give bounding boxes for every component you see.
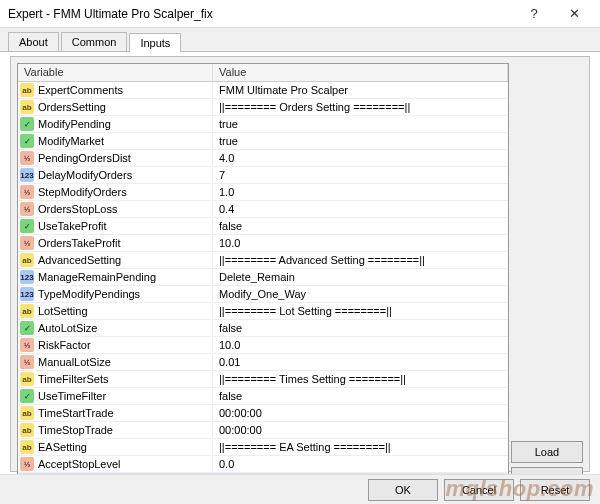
table-row[interactable]: 123ManageRemainPendingDelete_Remain [18, 269, 508, 286]
window-title: Expert - FMM Ultimate Pro Scalper_fix [8, 7, 514, 21]
value-cell[interactable]: ||======== Lot Setting ========|| [213, 305, 508, 317]
value-cell[interactable]: ||======== Orders Setting ========|| [213, 101, 508, 113]
bool-type-icon: ✓ [20, 389, 34, 403]
value-cell[interactable]: Modify_One_Way [213, 288, 508, 300]
value-cell[interactable]: 1.0 [213, 186, 508, 198]
cancel-button[interactable]: Cancel [444, 479, 514, 501]
table-row[interactable]: ✓UseTimeFilterfalse [18, 388, 508, 405]
variable-name: DelayModifyOrders [38, 169, 132, 181]
string-type-icon: ab [20, 423, 34, 437]
table-row[interactable]: ✓UseTakeProfitfalse [18, 218, 508, 235]
table-row[interactable]: 123DelayModifyOrders7 [18, 167, 508, 184]
variable-cell[interactable]: ½RiskFactor [18, 338, 213, 352]
value-cell[interactable]: 0.4 [213, 203, 508, 215]
table-row[interactable]: ½PendingOrdersDist4.0 [18, 150, 508, 167]
value-cell[interactable]: 0.01 [213, 356, 508, 368]
variable-cell[interactable]: abTimeStopTrade [18, 423, 213, 437]
table-row[interactable]: ✓AutoLotSizefalse [18, 320, 508, 337]
value-cell[interactable]: 4.0 [213, 152, 508, 164]
variable-cell[interactable]: abTimeStartTrade [18, 406, 213, 420]
table-row[interactable]: ½RiskFactor10.0 [18, 337, 508, 354]
variable-cell[interactable]: 123ManageRemainPending [18, 270, 213, 284]
variable-cell[interactable]: ½OrdersStopLoss [18, 202, 213, 216]
variable-cell[interactable]: 123DelayModifyOrders [18, 168, 213, 182]
variable-name: UseTimeFilter [38, 390, 106, 402]
variable-cell[interactable]: abLotSetting [18, 304, 213, 318]
variable-cell[interactable]: 123TypeModifyPendings [18, 287, 213, 301]
inputs-grid[interactable]: Variable Value abExpertCommentsFMM Ultim… [17, 63, 509, 491]
table-row[interactable]: ½OrdersTakeProfit10.0 [18, 235, 508, 252]
ok-button[interactable]: OK [368, 479, 438, 501]
value-cell[interactable]: true [213, 135, 508, 147]
bool-type-icon: ✓ [20, 134, 34, 148]
help-button[interactable]: ? [514, 0, 554, 28]
load-button[interactable]: Load [511, 441, 583, 463]
variable-cell[interactable]: abTimeFilterSets [18, 372, 213, 386]
table-row[interactable]: abLotSetting||======== Lot Setting =====… [18, 303, 508, 320]
string-type-icon: ab [20, 440, 34, 454]
table-row[interactable]: abTimeFilterSets||======== Times Setting… [18, 371, 508, 388]
value-cell[interactable]: false [213, 390, 508, 402]
variable-name: OrdersSetting [38, 101, 106, 113]
table-row[interactable]: ✓ModifyMarkettrue [18, 133, 508, 150]
variable-name: AcceptStopLevel [38, 458, 121, 470]
value-cell[interactable]: 10.0 [213, 237, 508, 249]
value-cell[interactable]: ||======== EA Setting ========|| [213, 441, 508, 453]
value-cell[interactable]: 00:00:00 [213, 407, 508, 419]
variable-cell[interactable]: ✓ModifyPending [18, 117, 213, 131]
variable-cell[interactable]: ½ManualLotSize [18, 355, 213, 369]
variable-cell[interactable]: abEASetting [18, 440, 213, 454]
side-buttons: Load Save [511, 63, 583, 491]
table-row[interactable]: abExpertCommentsFMM Ultimate Pro Scalper [18, 82, 508, 99]
table-row[interactable]: abOrdersSetting||======== Orders Setting… [18, 99, 508, 116]
grid-header: Variable Value [18, 64, 508, 82]
value-cell[interactable]: ||======== Times Setting ========|| [213, 373, 508, 385]
tab-common[interactable]: Common [61, 32, 128, 51]
variable-cell[interactable]: abAdvancedSetting [18, 253, 213, 267]
value-cell[interactable]: 0.0 [213, 458, 508, 470]
table-row[interactable]: ½ManualLotSize0.01 [18, 354, 508, 371]
variable-cell[interactable]: abExpertComments [18, 83, 213, 97]
variable-cell[interactable]: ✓ModifyMarket [18, 134, 213, 148]
double-type-icon: ½ [20, 202, 34, 216]
tab-about[interactable]: About [8, 32, 59, 51]
variable-cell[interactable]: ✓UseTimeFilter [18, 389, 213, 403]
variable-name: RiskFactor [38, 339, 91, 351]
close-button[interactable]: ✕ [554, 0, 594, 28]
double-type-icon: ½ [20, 151, 34, 165]
grid-body[interactable]: abExpertCommentsFMM Ultimate Pro Scalper… [18, 82, 508, 490]
double-type-icon: ½ [20, 236, 34, 250]
variable-cell[interactable]: ½StepModifyOrders [18, 185, 213, 199]
value-cell[interactable]: false [213, 322, 508, 334]
value-cell[interactable]: ||======== Advanced Setting ========|| [213, 254, 508, 266]
table-row[interactable]: ½AcceptStopLevel0.0 [18, 456, 508, 473]
variable-cell[interactable]: ½OrdersTakeProfit [18, 236, 213, 250]
variable-cell[interactable]: abOrdersSetting [18, 100, 213, 114]
tab-inputs[interactable]: Inputs [129, 33, 181, 52]
bool-type-icon: ✓ [20, 117, 34, 131]
table-row[interactable]: ½StepModifyOrders1.0 [18, 184, 508, 201]
reset-button[interactable]: Reset [520, 479, 590, 501]
value-cell[interactable]: FMM Ultimate Pro Scalper [213, 84, 508, 96]
table-row[interactable]: abEASetting||======== EA Setting =======… [18, 439, 508, 456]
value-cell[interactable]: true [213, 118, 508, 130]
value-cell[interactable]: 7 [213, 169, 508, 181]
table-row[interactable]: abAdvancedSetting||======== Advanced Set… [18, 252, 508, 269]
header-variable[interactable]: Variable [18, 64, 213, 81]
variable-cell[interactable]: ½PendingOrdersDist [18, 151, 213, 165]
variable-name: LotSetting [38, 305, 88, 317]
value-cell[interactable]: 10.0 [213, 339, 508, 351]
table-row[interactable]: abTimeStartTrade00:00:00 [18, 405, 508, 422]
value-cell[interactable]: 00:00:00 [213, 424, 508, 436]
variable-cell[interactable]: ✓UseTakeProfit [18, 219, 213, 233]
header-value[interactable]: Value [213, 64, 508, 81]
variable-cell[interactable]: ½AcceptStopLevel [18, 457, 213, 471]
variable-cell[interactable]: ✓AutoLotSize [18, 321, 213, 335]
variable-name: TypeModifyPendings [38, 288, 140, 300]
table-row[interactable]: ½OrdersStopLoss0.4 [18, 201, 508, 218]
table-row[interactable]: abTimeStopTrade00:00:00 [18, 422, 508, 439]
table-row[interactable]: 123TypeModifyPendingsModify_One_Way [18, 286, 508, 303]
table-row[interactable]: ✓ModifyPendingtrue [18, 116, 508, 133]
value-cell[interactable]: false [213, 220, 508, 232]
value-cell[interactable]: Delete_Remain [213, 271, 508, 283]
